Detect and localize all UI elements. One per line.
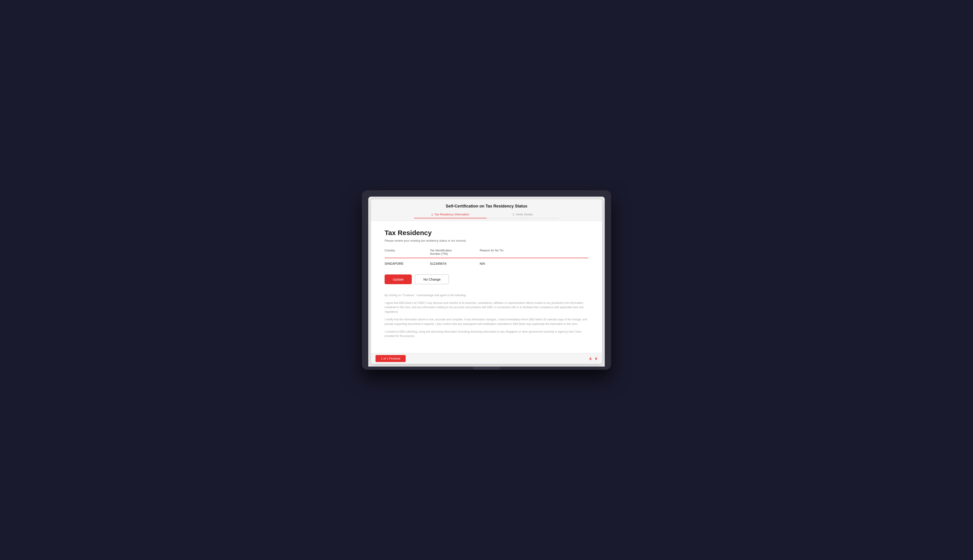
disclaimer-para-2: I certify that the information above is … (385, 317, 588, 327)
window-title: Self-Certification on Tax Residency Stat… (378, 204, 595, 208)
tax-residency-table: Country Tax IdentificationNumber (TIN) R… (385, 249, 588, 269)
step-2-underline (486, 218, 559, 218)
step-1-label: Tax Residency Information (435, 213, 469, 216)
section-subtitle: Please review your existing tax residenc… (385, 239, 588, 242)
disclaimer-para-3: I consent to DBS collecting, using and d… (385, 330, 588, 339)
footer-status: 1 of 1 Finished (376, 355, 406, 362)
cell-tin: S1234567A (430, 262, 480, 265)
disclaimer-intro: By clicking on "Continue", I acknowledge… (385, 293, 588, 298)
step-1-number: 1. (431, 213, 434, 216)
step-2-number: 2. (513, 213, 515, 216)
disclaimer-area: By clicking on "Continue", I acknowledge… (385, 291, 588, 346)
table-header-row: Country Tax IdentificationNumber (TIN) R… (385, 249, 588, 258)
col-header-tin: Tax IdentificationNumber (TIN) (430, 249, 480, 255)
table-row: SINGAPORE S1234567A N/A (385, 258, 588, 269)
app-window: Self-Certification on Tax Residency Stat… (371, 199, 602, 364)
arrow-up[interactable]: ∧ (589, 356, 592, 361)
content-area: Tax Residency Please review your existin… (371, 221, 602, 353)
step-1-underline (414, 218, 486, 218)
window-footer: 1 of 1 Finished ∧ ∨ (371, 353, 602, 364)
col-header-reason: Reason for No Tin (480, 249, 588, 255)
update-button[interactable]: Update (385, 275, 412, 284)
step-2-label: Verify Details (516, 213, 533, 216)
button-row: Update No Change (385, 275, 588, 284)
laptop-container: Self-Certification on Tax Residency Stat… (362, 190, 611, 370)
step-1[interactable]: 1. Tax Residency Information (414, 213, 486, 221)
window-header: Self-Certification on Tax Residency Stat… (371, 199, 602, 221)
laptop-stand (473, 367, 500, 370)
section-title: Tax Residency (385, 229, 588, 237)
stepper: 1. Tax Residency Information 2. Verify D… (378, 213, 595, 221)
cell-reason: N/A (480, 262, 588, 265)
arrow-down[interactable]: ∨ (595, 356, 597, 361)
col-header-country: Country (385, 249, 430, 255)
cell-country: SINGAPORE (385, 262, 430, 265)
no-change-button[interactable]: No Change (415, 275, 449, 284)
disclaimer-para-1: I agree that DBS Bank Ltd ("DBS") may di… (385, 301, 588, 314)
laptop-screen: Self-Certification on Tax Residency Stat… (368, 197, 605, 367)
nav-arrows: ∧ ∨ (589, 356, 597, 361)
step-2[interactable]: 2. Verify Details (486, 213, 559, 221)
